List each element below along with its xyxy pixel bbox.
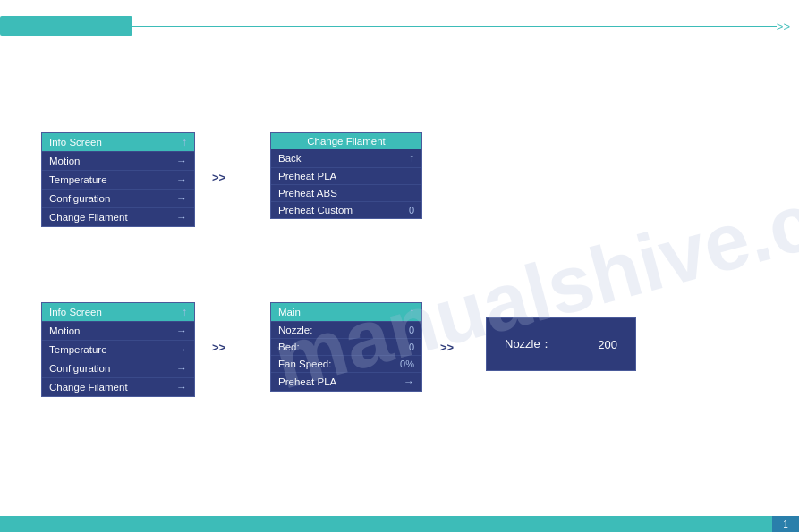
menu-item-configuration-1[interactable]: Configuration → <box>42 190 194 208</box>
menu-label: Nozzle: <box>278 325 312 335</box>
arrow-connector-2: >> <box>212 341 225 354</box>
menu-value: 0 <box>409 205 414 215</box>
arrow-icon: → <box>176 362 187 375</box>
arrow-icon: → <box>176 381 187 393</box>
menu-item-change-filament-2[interactable]: Change Filament → <box>42 378 194 396</box>
top-bar: >> <box>0 16 799 36</box>
top-bar-teal-block <box>0 16 132 36</box>
menu-label: Preheat PLA <box>278 376 336 387</box>
page-number-box: 1 <box>772 516 799 532</box>
menu-label: Configuration <box>49 363 110 374</box>
menu-label: Fan Speed: <box>278 359 331 369</box>
menu-label: Preheat Custom <box>278 205 353 215</box>
menu-item-info-screen-1[interactable]: Info Screen ↑ <box>42 133 194 152</box>
bottom-bar: 1 <box>0 516 799 532</box>
arrow-connector-3: >> <box>440 341 454 354</box>
temp-item-main[interactable]: Main ↑ <box>271 303 421 322</box>
arrow-icon: → <box>176 211 187 224</box>
filament-item-preheat-custom[interactable]: Preheat Custom 0 <box>271 202 421 218</box>
temp-item-nozzle[interactable]: Nozzle: 0 <box>271 322 421 339</box>
menu-value: 0 <box>409 325 414 335</box>
menu-label: Preheat PLA <box>278 171 336 182</box>
arrow-icon-up: ↑ <box>409 152 414 165</box>
menu-item-motion-2[interactable]: Motion → <box>42 322 194 341</box>
menu-item-change-filament-1[interactable]: Change Filament → <box>42 208 194 226</box>
menu-label: Configuration <box>49 193 110 204</box>
menu-label: Bed: <box>278 342 300 352</box>
temp-item-preheat-pla[interactable]: Preheat PLA → <box>271 373 421 391</box>
temp-item-bed[interactable]: Bed: 0 <box>271 339 421 356</box>
main-menu-panel-1: Info Screen ↑ Motion → Temperature → Con… <box>41 132 195 227</box>
nozzle-label: Nozzle： <box>505 336 552 352</box>
change-filament-panel: Change Filament Back ↑ Preheat PLA Prehe… <box>270 132 422 219</box>
arrow-icon: → <box>176 155 187 167</box>
filament-item-preheat-abs[interactable]: Preheat ABS <box>271 185 421 202</box>
menu-label: Change Filament <box>49 212 128 223</box>
arrow-icon-up: ↑ <box>182 306 187 318</box>
page-number: 1 <box>783 519 788 529</box>
menu-label: Change Filament <box>49 382 128 393</box>
menu-label: Preheat ABS <box>278 188 337 198</box>
arrow-icon: → <box>176 343 187 356</box>
arrow-icon-up: ↑ <box>182 136 187 148</box>
filament-panel-header: Change Filament <box>271 133 421 149</box>
menu-item-temperature-1[interactable]: Temperature → <box>42 171 194 190</box>
menu-label: Temperature <box>49 174 107 185</box>
menu-label: Back <box>278 153 302 164</box>
temp-item-fan-speed[interactable]: Fan Speed: 0% <box>271 356 421 373</box>
menu-label: Motion <box>49 325 81 336</box>
menu-label: Info Screen <box>49 137 102 148</box>
nozzle-value: 200 <box>598 338 617 351</box>
menu-value: 0 <box>409 342 414 352</box>
menu-label: Temperature <box>49 344 107 355</box>
arrow-icon: → <box>176 192 187 205</box>
arrow-icon-up: ↑ <box>409 306 414 318</box>
menu-item-configuration-2[interactable]: Configuration → <box>42 359 194 378</box>
top-bar-line <box>132 26 777 27</box>
menu-label: Info Screen <box>49 307 102 317</box>
menu-label: Main <box>278 307 301 317</box>
arrow-icon: → <box>176 325 187 337</box>
menu-item-motion-1[interactable]: Motion → <box>42 152 194 171</box>
filament-item-back[interactable]: Back ↑ <box>271 149 421 168</box>
menu-item-temperature-2[interactable]: Temperature → <box>42 341 194 359</box>
main-menu-panel-2: Info Screen ↑ Motion → Temperature → Con… <box>41 302 195 397</box>
arrow-icon: → <box>404 376 414 388</box>
menu-item-info-screen-2[interactable]: Info Screen ↑ <box>42 303 194 322</box>
nozzle-display-box: Nozzle： 200 <box>486 317 636 371</box>
filament-item-preheat-pla[interactable]: Preheat PLA <box>271 168 421 185</box>
menu-label: Motion <box>49 156 81 166</box>
menu-value: 0% <box>400 359 414 369</box>
top-bar-arrows: >> <box>777 20 799 33</box>
arrow-icon: → <box>176 173 187 186</box>
temperature-submenu-panel: Main ↑ Nozzle: 0 Bed: 0 Fan Speed: 0% Pr… <box>270 302 422 392</box>
arrow-connector-1: >> <box>212 171 225 184</box>
